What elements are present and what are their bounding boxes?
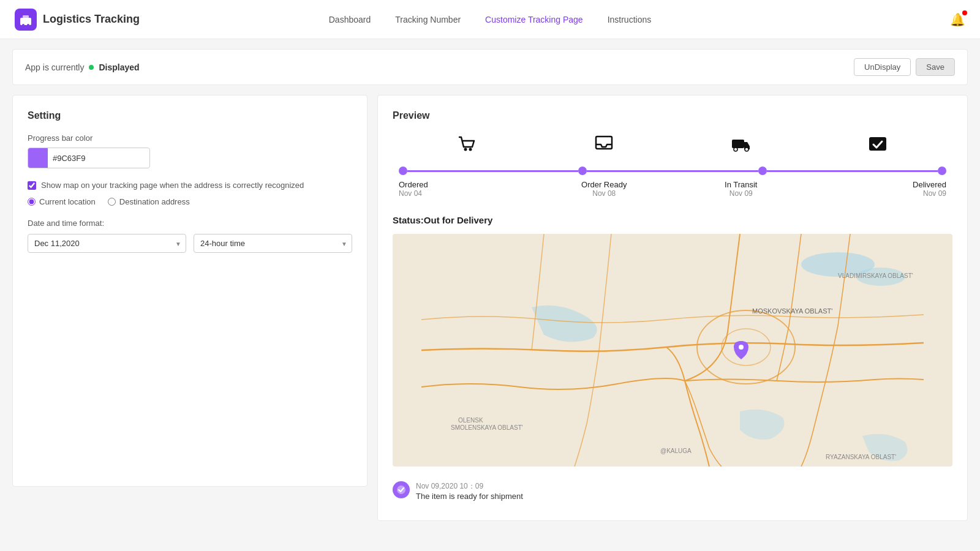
preview-panel: Preview <box>377 95 968 521</box>
show-map-label: Show map on your tracking page when the … <box>41 181 304 190</box>
svg-text:MOSKOVSKAYA OBLAST': MOSKOVSKAYA OBLAST' <box>752 307 832 315</box>
svg-text:RYAZANSKAYA OBLAST': RYAZANSKAYA OBLAST' <box>826 454 896 460</box>
event-description: The item is ready for shipment <box>416 492 523 501</box>
header-right: 🔔 <box>831 12 965 27</box>
dot-1 <box>399 167 407 175</box>
nav-customize[interactable]: Customize Tracking Page <box>485 12 583 27</box>
radio-current-label: Current location <box>39 197 96 206</box>
svg-rect-1 <box>23 15 29 19</box>
event-info: Nov 09,2020 10：09 The item is ready for … <box>416 481 523 501</box>
radio-destination[interactable]: Destination address <box>108 197 190 206</box>
svg-rect-10 <box>869 137 886 151</box>
undisplay-button[interactable]: UnDisplay <box>854 58 911 76</box>
datetime-selects: Dec 11,2020 Nov 11,2020 Jan 01,2021 ▼ 24… <box>28 234 352 253</box>
status-value: Displayed <box>99 62 139 72</box>
step-delivered <box>810 133 947 164</box>
label-ordered-date: Nov 04 <box>399 189 536 198</box>
nav-tracking-number[interactable]: Tracking Number <box>395 12 461 27</box>
color-input-wrapper[interactable] <box>28 148 150 168</box>
svg-point-8 <box>734 148 737 151</box>
svg-text:OLENSK: OLENSK <box>458 417 483 424</box>
label-in-transit-date: Nov 09 <box>673 189 810 198</box>
checkmark-box-icon <box>867 133 889 160</box>
label-order-ready-date: Nov 08 <box>536 189 673 198</box>
label-order-ready-name: Order Ready <box>536 180 673 189</box>
main-nav: Dashboard Tracking Number Customize Trac… <box>149 12 831 27</box>
date-format-wrapper: Dec 11,2020 Nov 11,2020 Jan 01,2021 ▼ <box>28 234 186 253</box>
step-in-transit <box>673 133 810 164</box>
inbox-icon <box>593 133 615 160</box>
tracker-icons-row <box>399 133 946 164</box>
color-swatch[interactable] <box>28 148 48 168</box>
save-button[interactable]: Save <box>916 58 955 76</box>
header: Logistics Tracking Dashboard Tracking Nu… <box>0 0 980 39</box>
svg-text:VLADIMIRSKAYA OBLAST': VLADIMIRSKAYA OBLAST' <box>838 272 913 279</box>
progress-line-row <box>399 167 946 175</box>
svg-point-2 <box>22 24 24 26</box>
logo-text: Logistics Tracking <box>43 13 140 26</box>
logo-icon <box>15 9 37 31</box>
segment-3 <box>767 170 938 172</box>
label-delivered: Delivered Nov 09 <box>810 180 947 198</box>
label-in-transit-name: In Transit <box>673 180 810 189</box>
settings-title: Setting <box>28 110 352 121</box>
location-radio-group: Current location Destination address <box>28 197 352 206</box>
show-map-checkbox-row: Show map on your tracking page when the … <box>28 181 352 190</box>
show-map-group: Show map on your tracking page when the … <box>28 181 352 206</box>
label-delivered-date: Nov 09 <box>810 189 947 198</box>
radio-destination-label: Destination address <box>119 197 190 206</box>
event-avatar <box>393 481 410 498</box>
svg-text:@KALUGA: @KALUGA <box>660 448 692 454</box>
main-content: Setting Progress bar color Show map on y… <box>12 95 968 521</box>
radio-destination-input[interactable] <box>108 198 116 206</box>
preview-title: Preview <box>393 110 952 121</box>
status-left: App is currently Displayed <box>25 62 140 72</box>
date-format-select[interactable]: Dec 11,2020 Nov 11,2020 Jan 01,2021 <box>28 234 186 253</box>
svg-text:SMOLENSKAYA OBLAST': SMOLENSKAYA OBLAST' <box>451 424 523 431</box>
event-log: Nov 09,2020 10：09 The item is ready for … <box>393 476 952 506</box>
label-in-transit: In Transit Nov 09 <box>673 180 810 198</box>
svg-point-4 <box>464 148 467 151</box>
segment-1 <box>407 170 578 172</box>
dot-4 <box>938 167 946 175</box>
map-svg: MOSKOVSKAYA OBLAST' VLADIMIRSKAYA OBLAST… <box>393 234 952 467</box>
status-prefix: App is currently <box>25 62 84 72</box>
status-bar: App is currently Displayed UnDisplay Sav… <box>12 49 968 85</box>
color-text-field[interactable] <box>48 151 150 165</box>
color-setting-group: Progress bar color <box>28 133 352 168</box>
progress-tracker: Ordered Nov 04 Order Ready Nov 08 In Tra… <box>393 133 952 198</box>
status-buttons: UnDisplay Save <box>854 58 955 76</box>
step-ordered <box>399 133 536 164</box>
color-label: Progress bar color <box>28 133 352 143</box>
label-ordered: Ordered Nov 04 <box>399 180 536 198</box>
svg-point-3 <box>27 24 29 26</box>
settings-panel: Setting Progress bar color Show map on y… <box>12 95 368 487</box>
label-ordered-name: Ordered <box>399 180 536 189</box>
svg-point-9 <box>745 148 748 151</box>
delivery-status: Status:Out for Delivery <box>393 215 952 225</box>
svg-point-5 <box>469 148 472 151</box>
nav-instructions[interactable]: Instructions <box>608 12 652 27</box>
step-order-ready <box>536 133 673 164</box>
time-format-wrapper: 24-hour time 12-hour time ▼ <box>194 234 352 253</box>
svg-point-23 <box>739 345 744 350</box>
map-container: MOSKOVSKAYA OBLAST' VLADIMIRSKAYA OBLAST… <box>393 234 952 467</box>
truck-icon <box>730 133 752 160</box>
event-time: Nov 09,2020 10：09 <box>416 481 523 492</box>
label-order-ready: Order Ready Nov 08 <box>536 180 673 198</box>
label-delivered-name: Delivered <box>810 180 947 189</box>
radio-current-input[interactable] <box>28 198 36 206</box>
time-format-select[interactable]: 24-hour time 12-hour time <box>194 234 352 253</box>
dot-2 <box>578 167 587 175</box>
radio-current-location[interactable]: Current location <box>28 197 96 206</box>
dot-3 <box>758 167 767 175</box>
tracker-labels-row: Ordered Nov 04 Order Ready Nov 08 In Tra… <box>399 180 946 198</box>
nav-dashboard[interactable]: Dashboard <box>329 12 371 27</box>
status-dot <box>89 65 94 70</box>
notification-badge <box>962 10 967 15</box>
notification-bell[interactable]: 🔔 <box>950 12 965 27</box>
show-map-checkbox[interactable] <box>28 181 36 190</box>
segment-2 <box>587 170 758 172</box>
logo: Logistics Tracking <box>15 9 149 31</box>
svg-rect-7 <box>732 140 744 148</box>
